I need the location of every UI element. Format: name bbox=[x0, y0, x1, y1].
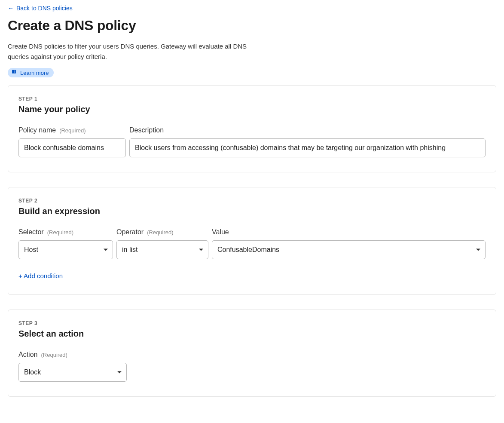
action-label: Action bbox=[18, 351, 37, 359]
selector-field: Selector (Required) Host bbox=[18, 228, 113, 259]
policy-description-field: Description bbox=[129, 126, 486, 157]
step1-title: Name your policy bbox=[18, 104, 486, 114]
policy-name-input[interactable] bbox=[18, 138, 126, 157]
learn-more-label: Learn more bbox=[20, 70, 49, 76]
value-label: Value bbox=[212, 228, 229, 236]
page-title: Create a DNS policy bbox=[8, 18, 496, 34]
operator-value: in list bbox=[122, 246, 137, 254]
chevron-down-icon bbox=[103, 247, 108, 252]
required-tag: (Required) bbox=[59, 127, 86, 134]
action-value: Block bbox=[24, 368, 41, 376]
required-tag: (Required) bbox=[41, 352, 67, 358]
step2-tag: STEP 2 bbox=[18, 198, 486, 204]
step2-card: STEP 2 Build an expression Selector (Req… bbox=[8, 187, 496, 295]
value-field: Value ConfusableDomains bbox=[212, 228, 486, 259]
page-description: Create DNS policies to filter your users… bbox=[8, 41, 266, 62]
step1-card: STEP 1 Name your policy Policy name (Req… bbox=[8, 85, 496, 172]
add-condition-button[interactable]: + Add condition bbox=[18, 272, 63, 279]
step3-tag: STEP 3 bbox=[18, 320, 486, 326]
back-link-label: Back to DNS policies bbox=[16, 5, 73, 12]
policy-name-label: Policy name bbox=[18, 126, 56, 134]
step2-title: Build an expression bbox=[18, 206, 486, 216]
action-field: Action (Required) Block bbox=[18, 351, 127, 382]
value-value: ConfusableDomains bbox=[217, 246, 279, 254]
operator-field: Operator (Required) in list bbox=[116, 228, 208, 259]
action-select[interactable]: Block bbox=[18, 363, 127, 382]
selector-value: Host bbox=[24, 246, 38, 254]
book-icon bbox=[11, 69, 17, 76]
back-to-dns-policies-link[interactable]: ← Back to DNS policies bbox=[8, 5, 73, 12]
step3-title: Select an action bbox=[18, 329, 486, 339]
chevron-down-icon bbox=[117, 370, 122, 375]
step3-card: STEP 3 Select an action Action (Required… bbox=[8, 310, 496, 397]
learn-more-link[interactable]: Learn more bbox=[8, 68, 54, 77]
chevron-down-icon bbox=[476, 247, 481, 252]
arrow-left-icon: ← bbox=[8, 5, 14, 11]
value-select[interactable]: ConfusableDomains bbox=[212, 240, 486, 259]
policy-description-input[interactable] bbox=[129, 138, 486, 157]
selector-select[interactable]: Host bbox=[18, 240, 113, 259]
operator-select[interactable]: in list bbox=[116, 240, 208, 259]
policy-name-field: Policy name (Required) bbox=[18, 126, 126, 157]
required-tag: (Required) bbox=[47, 229, 73, 236]
selector-label: Selector bbox=[18, 228, 44, 236]
operator-label: Operator bbox=[116, 228, 144, 236]
chevron-down-icon bbox=[199, 247, 204, 252]
required-tag: (Required) bbox=[147, 229, 173, 236]
policy-description-label: Description bbox=[129, 126, 164, 134]
step1-tag: STEP 1 bbox=[18, 96, 486, 102]
